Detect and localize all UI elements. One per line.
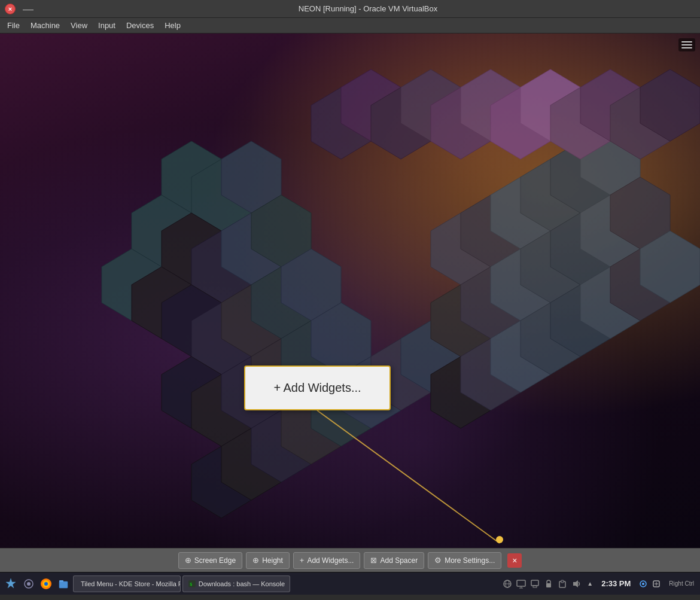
sys-tray-lock[interactable] bbox=[543, 578, 555, 590]
screen-edge-label: Screen Edge bbox=[194, 556, 236, 565]
taskbar-icon-1[interactable] bbox=[21, 576, 36, 592]
add-widgets-icon: + bbox=[300, 556, 305, 565]
screen-edge-icon: ⊕ bbox=[185, 556, 191, 565]
add-spacer-button[interactable]: ⊠ Add Spacer bbox=[364, 552, 424, 569]
panel-anchor-dot bbox=[496, 536, 503, 543]
add-spacer-label: Add Spacer bbox=[380, 556, 418, 565]
svg-rect-83 bbox=[546, 583, 551, 587]
vb-corner-menu[interactable] bbox=[678, 38, 695, 51]
svg-text:$: $ bbox=[190, 581, 192, 586]
svg-marker-63 bbox=[6, 578, 16, 588]
menu-machine[interactable]: Machine bbox=[26, 20, 65, 31]
taskbar-window-1-label: Tiled Menu - KDE Store - Mozilla Fi... bbox=[81, 580, 181, 587]
screen-edge-button[interactable]: ⊕ Screen Edge bbox=[178, 552, 242, 569]
clock-time: 2:33 PM bbox=[601, 579, 631, 588]
konsole-window-icon: $ bbox=[188, 580, 196, 588]
taskbar-window-tiled-menu[interactable]: Tiled Menu - KDE Store - Mozilla Fi... bbox=[73, 575, 181, 592]
more-settings-label: More Settings... bbox=[445, 556, 495, 565]
svg-point-68 bbox=[44, 582, 48, 586]
svg-rect-81 bbox=[531, 580, 538, 586]
sys-tray-audio[interactable] bbox=[570, 578, 582, 590]
menubar: File Machine View Input Devices Help bbox=[0, 18, 700, 33]
height-button[interactable]: ⊕ Height bbox=[246, 552, 290, 569]
right-ctrl-label: Right Ctrl bbox=[665, 580, 698, 587]
sys-tray-monitor[interactable] bbox=[515, 578, 527, 590]
add-widgets-popup[interactable]: + Add Widgets... bbox=[244, 366, 391, 410]
menu-help[interactable]: Help bbox=[160, 20, 185, 31]
svg-rect-70 bbox=[59, 580, 63, 582]
height-icon: ⊕ bbox=[252, 556, 259, 565]
height-label: Height bbox=[262, 556, 283, 565]
titlebar: × — NEON [Running] - Oracle VM VirtualBo… bbox=[0, 0, 700, 18]
taskbar-firefox-icon[interactable] bbox=[38, 576, 54, 592]
sys-tray-network[interactable] bbox=[501, 578, 513, 590]
add-spacer-icon: ⊠ bbox=[370, 556, 377, 565]
sys-tray-kde-connect[interactable] bbox=[637, 578, 649, 590]
svg-rect-82 bbox=[533, 586, 537, 587]
menu-devices[interactable]: Devices bbox=[121, 20, 159, 31]
panel-close-button[interactable]: × bbox=[507, 553, 522, 568]
hamburger-line-1 bbox=[681, 41, 692, 42]
svg-point-88 bbox=[642, 583, 644, 585]
hamburger-line-3 bbox=[681, 47, 692, 48]
hex-wallpaper-svg bbox=[0, 33, 700, 548]
taskbar-window-2-label: Downloads : bash — Konsole bbox=[199, 580, 285, 587]
svg-rect-78 bbox=[517, 580, 525, 586]
menu-input[interactable]: Input bbox=[93, 20, 120, 31]
taskbar: Tiled Menu - KDE Store - Mozilla Fi... $… bbox=[0, 572, 700, 595]
svg-rect-69 bbox=[59, 581, 68, 588]
add-widgets-popup-label: + Add Widgets... bbox=[273, 381, 361, 395]
menu-view[interactable]: View bbox=[66, 20, 92, 31]
more-settings-icon: ⚙ bbox=[434, 556, 442, 565]
svg-rect-85 bbox=[561, 580, 564, 583]
clock-widget[interactable]: 2:33 PM bbox=[598, 579, 634, 588]
taskbar-filemanager-icon[interactable] bbox=[56, 576, 71, 592]
sys-tray-extra-1[interactable] bbox=[650, 578, 662, 590]
sys-tray-expand[interactable]: ▲ bbox=[584, 578, 596, 590]
more-settings-button[interactable]: ⚙ More Settings... bbox=[428, 552, 501, 569]
svg-marker-86 bbox=[573, 580, 578, 587]
minimize-button[interactable]: — bbox=[20, 4, 36, 14]
kde-logo-button[interactable] bbox=[2, 575, 19, 592]
taskbar-window-konsole[interactable]: $ Downloads : bash — Konsole bbox=[182, 575, 290, 592]
close-button[interactable]: × bbox=[5, 4, 16, 14]
kde-star-icon bbox=[4, 577, 17, 590]
sys-tray-clipboard[interactable] bbox=[556, 578, 568, 590]
sys-tray-display[interactable] bbox=[529, 578, 541, 590]
svg-line-62 bbox=[317, 410, 500, 543]
menu-file[interactable]: File bbox=[2, 20, 25, 31]
window-title: NEON [Running] - Oracle VM VirtualBox bbox=[41, 4, 695, 13]
panel-toolbar: ⊕ Screen Edge ⊕ Height + Add Widgets... … bbox=[0, 548, 700, 572]
add-widgets-toolbar-button[interactable]: + Add Widgets... bbox=[293, 552, 361, 569]
svg-point-65 bbox=[27, 582, 31, 586]
vm-screen[interactable]: + Add Widgets... bbox=[0, 33, 700, 548]
hamburger-line-2 bbox=[681, 44, 692, 45]
add-widgets-toolbar-label: Add Widgets... bbox=[307, 556, 354, 565]
